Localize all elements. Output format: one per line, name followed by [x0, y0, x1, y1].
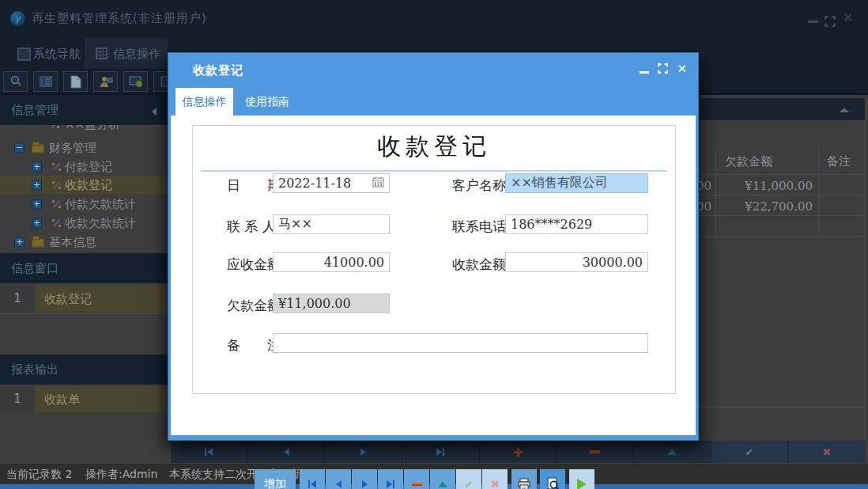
debt-input: [273, 294, 390, 313]
post-record-nav-icon[interactable]: ✔: [711, 441, 789, 463]
tool-icon: [51, 218, 62, 229]
prev-record-nav-icon[interactable]: [248, 441, 326, 463]
folder-icon: [32, 238, 44, 247]
report-output-row[interactable]: 收款单: [35, 386, 168, 412]
cancel-record-button[interactable]: ✖: [482, 469, 508, 489]
plus-box-icon[interactable]: +: [32, 161, 42, 172]
first-record-button[interactable]: [300, 469, 325, 489]
sidebar-header-report-output[interactable]: 报表输出: [0, 354, 168, 385]
main-maximize-icon[interactable]: [825, 15, 836, 30]
delete-record-button[interactable]: [404, 469, 429, 489]
main-minimize-icon[interactable]: [808, 21, 818, 23]
delete-record-nav-icon[interactable]: [557, 441, 634, 463]
plus-box-icon[interactable]: +: [32, 199, 42, 209]
gridline: [864, 120, 865, 441]
phone-label: 联系电话: [452, 218, 506, 236]
print-button[interactable]: [511, 469, 537, 489]
record-count: 当前记录数 2: [6, 468, 72, 482]
receipt-register-dialog: 收款登记 ✕ 信息操作 使用指南 收款登记 日 期 2022-11-18: [168, 52, 699, 441]
prev-record-button[interactable]: [326, 469, 351, 489]
record-navigator: ✔ ✖: [171, 441, 865, 463]
sidebar-header-info-management[interactable]: 信息管理: [0, 95, 168, 125]
tree-item-benefit-analysis[interactable]: ××益分析: [0, 125, 168, 133]
gridline: [715, 147, 716, 236]
received-input[interactable]: [505, 252, 648, 272]
tree-item-receipt-register[interactable]: + 收款登记: [0, 176, 168, 194]
edit-record-nav-icon[interactable]: [634, 441, 711, 463]
cancel-record-nav-icon[interactable]: ✖: [788, 441, 865, 463]
info-window-row[interactable]: 收款登记: [35, 285, 168, 313]
toolbar-user-icon[interactable]: [93, 71, 118, 92]
tree-item-base-info-folder[interactable]: + 基本信息: [0, 233, 168, 251]
contact-input[interactable]: [273, 214, 390, 234]
dialog-button-bar: 增加 ✔ ✖: [171, 469, 702, 489]
dialog-tab-info-operation[interactable]: 信息操作: [175, 88, 233, 116]
note-input[interactable]: [273, 333, 648, 353]
sidebar-header-report-output-label: 报表输出: [11, 362, 58, 377]
plus-box-icon[interactable]: +: [32, 218, 42, 228]
dialog-record-navigator: ✔ ✖: [300, 469, 508, 489]
tree-item-receipt-debt-stats[interactable]: + 收款欠款统计: [0, 214, 168, 232]
sidebar-header-info-window[interactable]: 信息窗口: [0, 253, 168, 283]
last-record-button[interactable]: [378, 469, 403, 489]
tool-icon: [49, 125, 60, 130]
customer-input[interactable]: [505, 173, 648, 193]
tab-info-operation[interactable]: 信息操作: [85, 38, 168, 68]
sidebar-header-info-window-label: 信息窗口: [11, 261, 58, 276]
toolbar-list-icon[interactable]: [33, 71, 58, 92]
receipt-form-panel: 收款登记 日 期 2022-11-18 客户名称 联 系 人 联系电话 应收金额: [192, 125, 676, 394]
dialog-tab-user-guide[interactable]: 使用指南: [236, 88, 298, 116]
screen: y 再生塑料管理系统(非注册用户) ✕ 系统导航 信息操作 信息管理: [0, 0, 868, 489]
report-output-row-index: 1: [0, 386, 35, 412]
received-label: 收款金额: [452, 256, 506, 274]
next-record-button[interactable]: [352, 469, 377, 489]
divider: [0, 313, 168, 314]
dialog-title: 收款登记: [193, 63, 243, 78]
tree-item-payment-debt-stats[interactable]: + 付款欠款统计: [0, 195, 168, 213]
toolbar-search-icon[interactable]: [3, 71, 28, 92]
dialog-body: 收款登记 日 期 2022-11-18 客户名称 联 系 人 联系电话 应收金额: [171, 116, 696, 435]
run-button[interactable]: [569, 469, 594, 489]
divider: [201, 170, 667, 172]
first-record-nav-icon[interactable]: [171, 441, 248, 463]
tree-item-finance-folder[interactable]: − 财务管理: [0, 138, 168, 157]
col-header-note[interactable]: 备注: [827, 154, 851, 169]
minus-box-icon[interactable]: −: [14, 142, 25, 153]
dialog-maximize-icon[interactable]: [658, 62, 668, 77]
contact-label: 联 系 人: [227, 218, 276, 236]
next-record-nav-icon[interactable]: [325, 441, 402, 463]
info-operation-icon: [96, 47, 108, 59]
date-field[interactable]: 2022-11-18: [273, 173, 390, 193]
collapse-left-icon[interactable]: [152, 108, 157, 116]
app-title: 再生塑料管理系统(非注册用户): [32, 11, 207, 26]
add-record-nav-icon[interactable]: [480, 441, 557, 463]
toolbar-document-icon[interactable]: [63, 71, 88, 92]
post-record-button[interactable]: ✔: [456, 469, 481, 489]
customer-label: 客户名称: [452, 176, 506, 195]
tab-system-nav[interactable]: 系统导航: [11, 38, 84, 68]
calendar-icon[interactable]: [372, 176, 384, 191]
gridline: [818, 147, 819, 236]
tree-item-payment-register[interactable]: + 付款登记: [0, 157, 168, 176]
nav-tree: ××益分析 − 财务管理 + 付款登记 + 收款登记 + 付款欠款统计 + 收款…: [0, 125, 168, 253]
edit-record-button[interactable]: [430, 469, 455, 489]
dialog-minimize-icon[interactable]: [640, 71, 649, 74]
main-close-icon[interactable]: ✕: [843, 10, 853, 25]
form-title: 收款登记: [193, 131, 675, 163]
receivable-input[interactable]: [273, 252, 390, 272]
dialog-close-icon[interactable]: ✕: [677, 62, 687, 76]
print-preview-button[interactable]: [540, 469, 565, 489]
plus-box-icon[interactable]: +: [32, 180, 42, 190]
dialog-tab-strip: 信息操作 使用指南: [168, 88, 698, 116]
system-nav-icon: [17, 47, 31, 61]
col-header-debt[interactable]: 欠款金额: [725, 154, 772, 169]
plus-box-icon[interactable]: +: [14, 237, 25, 247]
collapse-up-icon[interactable]: [840, 108, 849, 112]
toolbar-window-icon[interactable]: [123, 71, 148, 92]
table-cell-debt: ¥11,000.00: [718, 179, 813, 193]
last-record-nav-icon[interactable]: [402, 441, 480, 463]
tab-system-nav-label: 系统导航: [33, 47, 81, 62]
phone-input[interactable]: [505, 214, 648, 234]
folder-icon: [32, 144, 44, 153]
add-button[interactable]: 增加: [255, 469, 296, 489]
